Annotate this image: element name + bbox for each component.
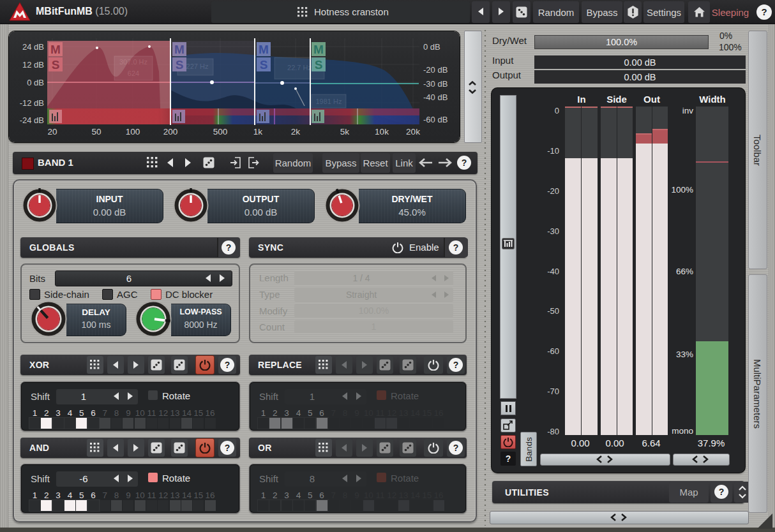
svg-text:M: M xyxy=(313,43,324,56)
svg-text:100: 100 xyxy=(126,127,140,137)
svg-text:S: S xyxy=(260,58,268,71)
svg-text:2k: 2k xyxy=(291,127,301,137)
svg-text:22.7 Hz: 22.7 Hz xyxy=(287,64,312,71)
svg-text:500: 500 xyxy=(213,127,228,137)
svg-text:20k: 20k xyxy=(406,127,420,137)
svg-text:0 dB: 0 dB xyxy=(27,78,44,87)
svg-text:-30 dB: -30 dB xyxy=(423,79,448,89)
svg-text:12 dB: 12 dB xyxy=(22,60,44,70)
svg-text:S: S xyxy=(176,58,184,71)
svg-text:24 dB: 24 dB xyxy=(22,42,44,52)
svg-text:S: S xyxy=(315,58,323,71)
svg-text:-60 dB: -60 dB xyxy=(423,115,448,124)
svg-text:1981 Hz: 1981 Hz xyxy=(316,98,342,105)
svg-text:-20 dB: -20 dB xyxy=(423,65,448,75)
svg-text:0 dB: 0 dB xyxy=(423,42,440,52)
svg-text:-24 dB: -24 dB xyxy=(20,115,44,125)
svg-text:1k: 1k xyxy=(253,127,263,137)
svg-text:624: 624 xyxy=(128,70,139,77)
svg-text:5k: 5k xyxy=(340,127,350,137)
svg-text:M: M xyxy=(50,43,61,56)
svg-text:10k: 10k xyxy=(375,127,389,137)
svg-text:-12 dB: -12 dB xyxy=(20,98,44,108)
svg-text:-40 dB: -40 dB xyxy=(423,92,448,102)
svg-text:M: M xyxy=(259,43,269,56)
svg-text:M: M xyxy=(174,43,184,56)
svg-text:307.0 Hz: 307.0 Hz xyxy=(119,58,147,66)
svg-text:200: 200 xyxy=(163,127,178,137)
svg-text:S: S xyxy=(52,58,60,71)
svg-text:50: 50 xyxy=(91,127,101,137)
svg-text:20: 20 xyxy=(47,127,57,137)
